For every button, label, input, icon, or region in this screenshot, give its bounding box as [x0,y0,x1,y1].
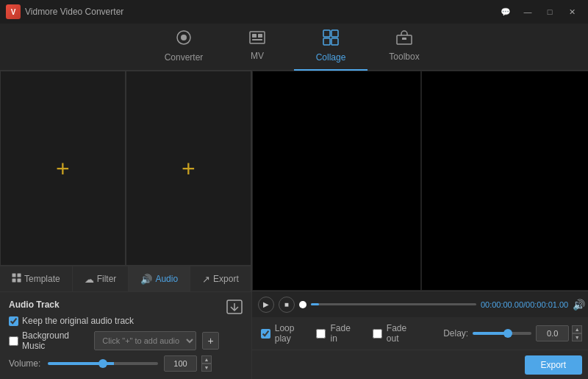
export-button[interactable]: Export [525,355,583,375]
sub-tab-bar: Template ☁ Filter 🔊 Audio ↗ Export [0,266,251,292]
export-label: Export [213,274,239,284]
tab-collage[interactable]: Collage [294,24,368,71]
maximize-button[interactable]: □ [539,4,560,19]
svg-rect-15 [18,279,21,283]
svg-rect-11 [402,38,406,40]
play-button[interactable]: ▶ [258,297,274,313]
volume-up[interactable]: ▲ [201,355,212,364]
filter-icon: ☁ [85,274,94,285]
title-bar-controls: 💬 — □ ✕ [495,4,582,19]
svg-rect-4 [258,34,262,38]
audio-track-title: Audio Track [9,300,219,310]
tab-converter[interactable]: Converter [147,24,220,71]
keep-original-checkbox[interactable] [9,316,18,326]
video-preview [252,71,588,291]
progress-bar[interactable] [311,303,476,305]
left-panel: + + Template ☁ Fil [0,71,252,379]
video-half-left [252,71,422,291]
filter-label: Filter [97,274,117,284]
svg-rect-5 [252,39,262,40]
right-audio-panel: Loop play Fade in Fade out Delay: 0.0 [252,317,588,350]
keep-original-label[interactable]: Keep the original audio track [9,316,134,326]
progress-dot [299,301,306,308]
svg-rect-7 [331,30,338,37]
collage-label: Collage [316,52,346,63]
delay-spinner[interactable]: ▲ ▼ [572,325,582,341]
preview-cell-2[interactable]: + [126,71,251,266]
mv-label: MV [251,51,264,61]
delay-value: 0.0 [536,325,569,341]
svg-rect-13 [18,274,21,277]
volume-speaker-icon[interactable]: 🔊 [573,299,585,311]
chat-button[interactable]: 💬 [495,4,516,19]
export-icon: ↗ [202,274,210,285]
add-plus-2: + [182,157,196,180]
stop-button[interactable]: ■ [279,297,295,313]
svg-rect-8 [323,38,330,45]
audio-icon: 🔊 [140,274,152,285]
delay-down[interactable]: ▼ [572,333,582,341]
delay-group: Delay: 0.0 ▲ ▼ [443,325,582,341]
tab-mv[interactable]: MV [220,24,294,71]
sub-tab-filter[interactable]: ☁ Filter [73,266,129,291]
preview-cell-1[interactable]: + [0,71,126,266]
fade-in-group: Fade in [316,323,350,344]
loop-play-group: Loop play [261,323,295,344]
add-plus-1: + [56,157,70,180]
fade-out-group: Fade out [373,323,406,344]
delay-label: Delay: [443,328,468,339]
collage-icon [323,29,339,49]
volume-label: Volume: [9,358,42,369]
loop-play-label: Loop play [275,323,295,344]
volume-value: 100 [164,355,197,372]
fade-in-checkbox[interactable] [316,329,326,339]
svg-rect-12 [12,274,16,277]
preview-area: + + [0,71,251,266]
close-button[interactable]: ✕ [562,4,582,19]
title-bar-title: Vidmore Video Converter [25,7,123,17]
delay-slider[interactable] [473,332,531,335]
download-arrow-icon [226,300,243,319]
tab-toolbox[interactable]: Toolbox [368,24,441,71]
main: + + Template ☁ Fil [0,71,588,379]
loop-play-checkbox[interactable] [261,329,270,339]
sub-tab-audio[interactable]: 🔊 Audio [129,266,190,291]
audio-label: Audio [155,274,178,284]
export-bar: Export [252,350,588,379]
minimize-button[interactable]: — [517,4,538,19]
audio-dropdown[interactable]: Click "+" to add audio [94,331,196,350]
sub-tab-template[interactable]: Template [0,266,73,291]
progress-fill [311,303,319,305]
toolbox-icon [396,30,412,49]
svg-rect-3 [252,34,257,38]
toolbox-label: Toolbox [389,52,419,62]
volume-down[interactable]: ▼ [201,364,212,372]
svg-rect-9 [331,38,338,45]
svg-point-1 [181,35,187,40]
add-audio-button[interactable]: + [202,332,218,350]
title-bar: V Vidmore Video Converter 💬 — □ ✕ [0,0,588,24]
app-icon: V [6,4,21,19]
delay-up[interactable]: ▲ [572,325,582,333]
template-label: Template [24,274,60,284]
bg-music-checkbox-label[interactable]: Background Music [9,330,88,351]
right-panel: ▶ ■ 00:00:00.00/00:00:01.00 🔊 Loop play … [252,71,588,379]
fade-out-checkbox[interactable] [373,329,382,339]
volume-slider[interactable] [48,362,158,365]
converter-icon [176,29,192,49]
fade-in-label: Fade in [330,323,350,344]
svg-rect-6 [323,30,330,37]
sub-tab-export[interactable]: ↗ Export [190,266,251,291]
volume-spinner[interactable]: ▲ ▼ [201,355,212,372]
bg-music-checkbox[interactable] [9,336,18,346]
time-display: 00:00:00.00/00:00:01.00 [481,300,568,309]
audio-panel: Audio Track Keep the original audio trac… [0,292,251,379]
fade-out-label: Fade out [387,323,406,344]
playback-bar: ▶ ■ 00:00:00.00/00:00:01.00 🔊 [252,291,588,317]
converter-label: Converter [165,52,204,63]
mv-icon [249,31,265,48]
title-bar-left: V Vidmore Video Converter [6,4,123,19]
svg-rect-14 [12,279,16,283]
template-icon [12,273,21,285]
nav-bar: Converter MV Collage [0,24,588,71]
